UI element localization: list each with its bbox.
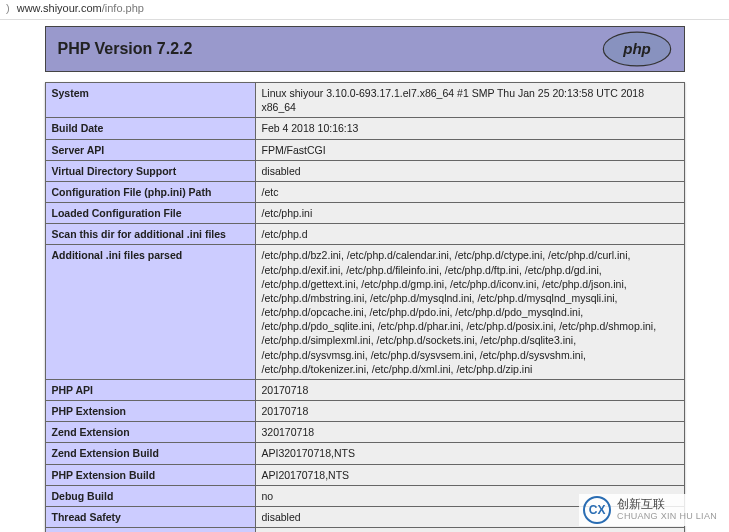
- watermark-text-pinyin: CHUANG XIN HU LIAN: [617, 512, 717, 522]
- table-row: Loaded Configuration File/etc/php.ini: [45, 203, 684, 224]
- info-value: Linux shiyour 3.10.0-693.17.1.el7.x86_64…: [255, 83, 684, 118]
- addr-host: www.shiyour.com: [17, 2, 102, 14]
- addr-path: /info.php: [102, 2, 144, 14]
- info-key: Virtual Directory Support: [45, 160, 255, 181]
- info-value: enabled: [255, 528, 684, 532]
- info-key: Server API: [45, 139, 255, 160]
- info-value: 20170718: [255, 379, 684, 400]
- table-row: Additional .ini files parsed/etc/php.d/b…: [45, 245, 684, 380]
- info-key: Additional .ini files parsed: [45, 245, 255, 380]
- address-bar[interactable]: ) www.shiyour.com/info.php: [0, 0, 729, 20]
- php-logo-icon: php: [602, 31, 672, 67]
- table-row: Zend Signal Handlingenabled: [45, 528, 684, 532]
- page-body: PHP Version 7.2.2 php SystemLinux shiyou…: [0, 20, 729, 532]
- info-key: Thread Safety: [45, 506, 255, 527]
- info-value: /etc: [255, 181, 684, 202]
- table-row: Zend Extension BuildAPI320170718,NTS: [45, 443, 684, 464]
- info-key: Build Date: [45, 118, 255, 139]
- table-row: PHP API20170718: [45, 379, 684, 400]
- table-row: Build DateFeb 4 2018 10:16:13: [45, 118, 684, 139]
- info-value: FPM/FastCGI: [255, 139, 684, 160]
- info-value: /etc/php.d/bz2.ini, /etc/php.d/calendar.…: [255, 245, 684, 380]
- info-key: PHP API: [45, 379, 255, 400]
- phpinfo-table: SystemLinux shiyour 3.10.0-693.17.1.el7.…: [45, 82, 685, 532]
- phpinfo-header: PHP Version 7.2.2 php: [45, 26, 685, 72]
- info-key: Zend Signal Handling: [45, 528, 255, 532]
- info-key: Loaded Configuration File: [45, 203, 255, 224]
- table-row: Configuration File (php.ini) Path/etc: [45, 181, 684, 202]
- watermark-logo-icon: CX: [583, 496, 611, 524]
- watermark: CX 创新互联 CHUANG XIN HU LIAN: [579, 494, 721, 526]
- info-key: PHP Extension: [45, 401, 255, 422]
- info-value: API320170718,NTS: [255, 443, 684, 464]
- table-row: PHP Extension BuildAPI20170718,NTS: [45, 464, 684, 485]
- info-key: Scan this dir for additional .ini files: [45, 224, 255, 245]
- info-value: 320170718: [255, 422, 684, 443]
- info-value: disabled: [255, 160, 684, 181]
- info-key: Debug Build: [45, 485, 255, 506]
- table-row: SystemLinux shiyour 3.10.0-693.17.1.el7.…: [45, 83, 684, 118]
- table-row: Zend Extension320170718: [45, 422, 684, 443]
- info-key: Zend Extension Build: [45, 443, 255, 464]
- info-value: API20170718,NTS: [255, 464, 684, 485]
- table-row: Virtual Directory Supportdisabled: [45, 160, 684, 181]
- page-title: PHP Version 7.2.2: [58, 40, 193, 58]
- info-value: Feb 4 2018 10:16:13: [255, 118, 684, 139]
- addr-prefix-glyph: ): [6, 2, 10, 14]
- svg-text:php: php: [622, 40, 651, 57]
- info-value: /etc/php.d: [255, 224, 684, 245]
- info-key: PHP Extension Build: [45, 464, 255, 485]
- info-value: 20170718: [255, 401, 684, 422]
- info-key: Zend Extension: [45, 422, 255, 443]
- info-key: System: [45, 83, 255, 118]
- table-row: PHP Extension20170718: [45, 401, 684, 422]
- info-value: /etc/php.ini: [255, 203, 684, 224]
- table-row: Server APIFPM/FastCGI: [45, 139, 684, 160]
- watermark-text-cn: 创新互联: [617, 498, 717, 511]
- table-row: Scan this dir for additional .ini files/…: [45, 224, 684, 245]
- info-key: Configuration File (php.ini) Path: [45, 181, 255, 202]
